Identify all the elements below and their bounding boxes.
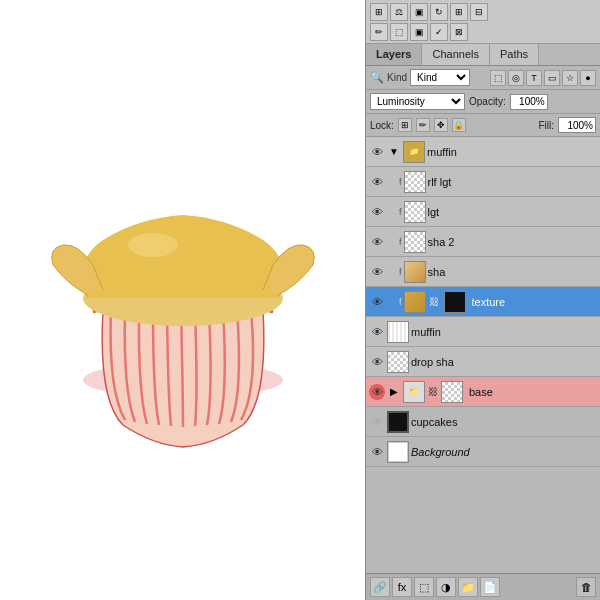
chain-texture: ⛓ — [428, 296, 440, 308]
new-layer-icon[interactable]: 📄 — [480, 577, 500, 597]
eye-cupcakes[interactable]: 👁 — [369, 414, 385, 430]
layer-muffin-group[interactable]: 👁 ▼ 📁 muffin — [366, 137, 600, 167]
toolbar-icon-7[interactable]: ✏ — [370, 23, 388, 41]
mask-icon[interactable]: ⬚ — [414, 577, 434, 597]
layer-name-sha2: sha 2 — [428, 236, 597, 248]
filter-icons: ⬚ ◎ T ▭ ☆ ● — [490, 70, 596, 86]
toolbar-icon-9[interactable]: ▣ — [410, 23, 428, 41]
eye-base[interactable]: 👁 — [369, 384, 385, 400]
lock-checkerboard-icon[interactable]: ⊞ — [398, 118, 412, 132]
filter-toggle[interactable]: ● — [580, 70, 596, 86]
filter-smart-icon[interactable]: ☆ — [562, 70, 578, 86]
layer-name-cupcakes: cupcakes — [411, 416, 597, 428]
filter-label: Kind — [387, 72, 407, 83]
layer-cupcakes[interactable]: 👁 cupcakes — [366, 407, 600, 437]
layer-rlf-lgt[interactable]: 👁 f rlf lgt — [366, 167, 600, 197]
tab-paths[interactable]: Paths — [490, 44, 539, 65]
eye-sha2[interactable]: 👁 — [369, 234, 385, 250]
toolbar-icon-1[interactable]: ⊞ — [370, 3, 388, 21]
filter-adj-icon[interactable]: ◎ — [508, 70, 524, 86]
fx-rlf-lgt: f — [399, 177, 402, 187]
layers-list: 👁 ▼ 📁 muffin 👁 f rlf lgt 👁 f — [366, 137, 600, 573]
layer-muffin[interactable]: 👁 muffin — [366, 317, 600, 347]
filter-row: 🔍 Kind Kind ⬚ ◎ T ▭ ☆ ● — [366, 66, 600, 90]
lock-move-icon[interactable]: ✥ — [434, 118, 448, 132]
thumb-texture-mask — [444, 291, 466, 313]
tab-channels[interactable]: Channels — [422, 44, 489, 65]
blend-row: Luminosity Opacity: — [366, 90, 600, 114]
thumb-muffin-group: 📁 — [403, 141, 425, 163]
delete-layer-icon[interactable]: 🗑 — [576, 577, 596, 597]
opacity-input[interactable] — [510, 94, 548, 110]
filter-pixel-icon[interactable]: ⬚ — [490, 70, 506, 86]
eye-sha[interactable]: 👁 — [369, 264, 385, 280]
layer-base[interactable]: 👁 ▶ 📁 ⛓ base — [366, 377, 600, 407]
thumb-cupcakes — [387, 411, 409, 433]
canvas-area — [0, 0, 365, 600]
eye-lgt[interactable]: 👁 — [369, 204, 385, 220]
group-icon[interactable]: 📁 — [458, 577, 478, 597]
fill-label: Fill: — [538, 120, 554, 131]
eye-muffin-group[interactable]: 👁 — [369, 144, 385, 160]
folder-arrow-base[interactable]: ▶ — [387, 385, 401, 399]
top-toolbar: ⊞ ⚖ ▣ ↻ ⊞ ⊟ ✏ ⬚ ▣ ✓ ⊠ — [366, 0, 600, 44]
thumb-background — [387, 441, 409, 463]
toolbar-icon-5[interactable]: ⊞ — [450, 3, 468, 21]
layer-name-texture: texture — [472, 296, 597, 308]
fx-icon[interactable]: fx — [392, 577, 412, 597]
fill-input[interactable] — [558, 117, 596, 133]
fx-texture: f — [399, 297, 402, 307]
filter-type-icon[interactable]: T — [526, 70, 542, 86]
toolbar-icon-4[interactable]: ↻ — [430, 3, 448, 21]
lock-label: Lock: — [370, 120, 394, 131]
thumb-lgt — [404, 201, 426, 223]
thumb-muffin — [387, 321, 409, 343]
eye-muffin[interactable]: 👁 — [369, 324, 385, 340]
tabs-row: Layers Channels Paths — [366, 44, 600, 66]
tab-layers[interactable]: Layers — [366, 44, 422, 65]
layer-name-muffin-group: muffin — [427, 146, 597, 158]
toolbar-icon-8[interactable]: ⬚ — [390, 23, 408, 41]
eye-drop-sha[interactable]: 👁 — [369, 354, 385, 370]
layer-sha[interactable]: 👁 f sha — [366, 257, 600, 287]
fx-sha2: f — [399, 237, 402, 247]
lock-all-icon[interactable]: 🔒 — [452, 118, 466, 132]
toolbar-icon-2[interactable]: ⚖ — [390, 3, 408, 21]
link-icon[interactable]: 🔗 — [370, 577, 390, 597]
filter-select[interactable]: Kind — [410, 69, 470, 86]
toolbar-icon-6[interactable]: ⊟ — [470, 3, 488, 21]
chain-base: ⛓ — [427, 386, 439, 398]
layer-drop-sha[interactable]: 👁 drop sha — [366, 347, 600, 377]
toolbar-icon-10[interactable]: ✓ — [430, 23, 448, 41]
eye-rlf-lgt[interactable]: 👁 — [369, 174, 385, 190]
thumb-base-mask — [441, 381, 463, 403]
layer-name-base: base — [469, 386, 597, 398]
thumb-sha — [404, 261, 426, 283]
fx-sha: f — [399, 267, 402, 277]
toolbar-row-2: ✏ ⬚ ▣ ✓ ⊠ — [370, 23, 596, 41]
folder-arrow-muffin[interactable]: ▼ — [387, 145, 401, 159]
layer-name-sha: sha — [428, 266, 597, 278]
layer-name-background: Background — [411, 446, 597, 458]
opacity-label: Opacity: — [469, 96, 506, 107]
bottom-toolbar: 🔗 fx ⬚ ◑ 📁 📄 🗑 — [366, 573, 600, 600]
layer-name-rlf-lgt: rlf lgt — [428, 176, 597, 188]
layer-background[interactable]: 👁 Background — [366, 437, 600, 467]
layer-sha2[interactable]: 👁 f sha 2 — [366, 227, 600, 257]
thumb-texture — [404, 291, 426, 313]
eye-background[interactable]: 👁 — [369, 444, 385, 460]
lock-brush-icon[interactable]: ✏ — [416, 118, 430, 132]
toolbar-icon-3[interactable]: ▣ — [410, 3, 428, 21]
toolbar-icon-11[interactable]: ⊠ — [450, 23, 468, 41]
layer-lgt[interactable]: 👁 f lgt — [366, 197, 600, 227]
blend-mode-select[interactable]: Luminosity — [370, 93, 465, 110]
layer-texture[interactable]: 👁 f ⛓ texture — [366, 287, 600, 317]
lock-row: Lock: ⊞ ✏ ✥ 🔒 Fill: — [366, 114, 600, 137]
eye-texture[interactable]: 👁 — [369, 294, 385, 310]
layer-name-drop-sha: drop sha — [411, 356, 597, 368]
thumb-rlf-lgt — [404, 171, 426, 193]
filter-shape-icon[interactable]: ▭ — [544, 70, 560, 86]
layer-name-lgt: lgt — [428, 206, 597, 218]
adjustment-icon[interactable]: ◑ — [436, 577, 456, 597]
thumb-sha2 — [404, 231, 426, 253]
